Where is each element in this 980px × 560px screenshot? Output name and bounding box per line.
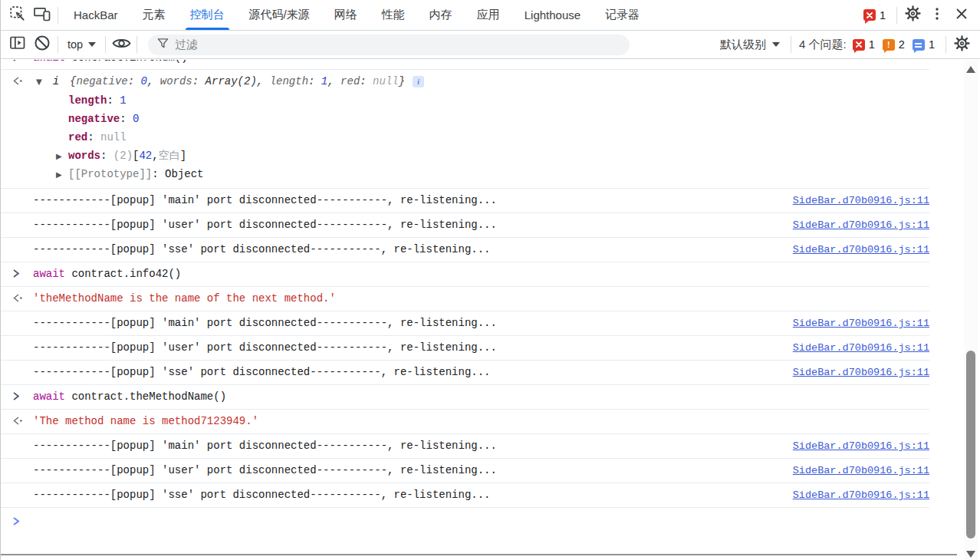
filter-input[interactable] — [175, 38, 620, 51]
javascript-context-selector[interactable]: top — [61, 38, 102, 51]
evaluated-info-icon[interactable]: i — [413, 76, 424, 87]
log-gutter — [1, 488, 33, 489]
log-text: ------------[popup] 'sse' port disconnec… — [33, 365, 491, 380]
string-value: 'theMethodName is the name of the next m… — [33, 292, 336, 305]
console-sidebar-toggle-button[interactable] — [5, 32, 30, 57]
message-body: ------------[popup] 'sse' port disconnec… — [33, 488, 929, 502]
tab-hackbar[interactable]: HackBar — [61, 0, 130, 30]
error-badge-icon[interactable] — [863, 9, 876, 21]
console-message-log: ------------[popup] 'user' port disconne… — [1, 459, 929, 483]
expand-toggle-icon[interactable]: ▶ — [56, 149, 68, 163]
property-name: negative — [68, 112, 120, 127]
log-text: ------------[popup] 'main' port disconne… — [33, 316, 497, 331]
source-link[interactable]: SideBar.d70b0916.js:11 — [784, 341, 929, 355]
issues-warning-count: 2 — [899, 38, 905, 51]
property-name: words — [68, 149, 100, 163]
property-colon: : — [107, 94, 120, 108]
console-message-log: ------------[popup] 'user' port disconne… — [1, 213, 929, 238]
issues-message-badge-icon[interactable] — [913, 39, 925, 51]
property-colon: : — [100, 149, 113, 163]
tab-label: Lighthouse — [525, 8, 580, 21]
token-num: 0 — [133, 112, 139, 127]
tab-application[interactable]: 应用 — [465, 0, 512, 30]
message-body: ------------[popup] 'main' port disconne… — [33, 439, 929, 453]
token-plain: contract.infoNum() — [65, 60, 188, 64]
console-message-log: ------------[popup] 'sse' port disconnec… — [1, 238, 929, 262]
tab-label: 内存 — [429, 8, 452, 22]
source-link[interactable]: SideBar.d70b0916.js:11 — [784, 242, 929, 257]
divider — [58, 7, 58, 24]
more-options-button[interactable] — [925, 3, 949, 28]
expand-toggle-icon[interactable]: ▼ — [36, 74, 42, 89]
clipped-content: await contract.infoNum() — [1, 60, 929, 65]
source-link[interactable]: SideBar.d70b0916.js:11 — [784, 193, 929, 208]
console-message-log: ------------[popup] 'user' port disconne… — [1, 336, 929, 361]
error-badge-count[interactable]: 1 — [880, 9, 886, 21]
tab-label: 控制台 — [190, 8, 225, 22]
console-message-command: await contract.theMethodName() — [1, 385, 929, 410]
log-gutter — [1, 242, 33, 244]
result-arrow-icon — [1, 414, 33, 426]
source-link[interactable]: SideBar.d70b0916.js:11 — [784, 316, 929, 331]
token-plain: Object — [165, 167, 203, 182]
tab-lighthouse[interactable]: Lighthouse — [512, 0, 593, 30]
tab-memory[interactable]: 内存 — [417, 0, 465, 30]
token-punct: } — [399, 75, 405, 87]
source-link[interactable]: SideBar.d70b0916.js:11 — [784, 463, 929, 478]
result-arrow-icon — [1, 74, 33, 86]
scrollbar-thumb[interactable] — [966, 351, 975, 539]
object-property: red: null — [33, 128, 929, 147]
source-link[interactable]: SideBar.d70b0916.js:11 — [784, 439, 929, 453]
token-pnum: 1 — [321, 75, 327, 87]
log-text: ------------[popup] 'user' port disconne… — [33, 463, 497, 478]
tab-sources[interactable]: 源代码/来源 — [237, 0, 322, 30]
console-panel: await contract.infoNum()▼i{negative: 0, … — [1, 60, 980, 560]
console-filter-field[interactable] — [148, 35, 630, 55]
tab-console[interactable]: 控制台 — [178, 0, 237, 30]
source-link[interactable]: SideBar.d70b0916.js:11 — [784, 365, 929, 380]
property-colon: : — [152, 167, 165, 182]
close-devtools-button[interactable] — [949, 3, 974, 28]
issues-warning-badge-icon[interactable]: ! — [883, 39, 895, 51]
token-null: 空白 — [159, 149, 180, 163]
source-link[interactable]: SideBar.d70b0916.js:11 — [784, 218, 929, 232]
tab-network[interactable]: 网络 — [322, 0, 370, 30]
issues-error-badge-icon[interactable] — [853, 39, 865, 51]
clear-console-button[interactable] — [30, 32, 54, 57]
settings-button[interactable] — [900, 3, 925, 28]
gear-icon — [954, 35, 970, 54]
property-name: length — [68, 94, 107, 108]
prompt-chevron-icon[interactable] — [1, 515, 33, 526]
token-plain: contract.info42() — [65, 268, 181, 280]
inspect-element-button[interactable] — [5, 3, 30, 28]
token-punct: , — [257, 75, 270, 87]
device-toolbar-button[interactable] — [30, 3, 54, 28]
devtools-window: { "tabbar": { "tabs": [ {"id":"hackbar",… — [0, 0, 980, 560]
token-pnull: null — [373, 75, 399, 87]
console-settings-button[interactable] — [949, 32, 974, 57]
tab-elements[interactable]: 元素 — [130, 0, 178, 30]
tab-recorder[interactable]: 记录器 — [593, 0, 652, 30]
source-link[interactable]: SideBar.d70b0916.js:11 — [784, 488, 929, 502]
console-message-prompt — [1, 508, 929, 531]
token-plain: ] — [180, 149, 186, 163]
log-text: ------------[popup] 'main' port disconne… — [33, 439, 497, 453]
chevron-down-icon — [772, 42, 780, 47]
panel-bottom-edge — [1, 554, 957, 555]
log-level-selector[interactable]: 默认级别 — [712, 38, 788, 52]
log-gutter — [1, 316, 33, 318]
issues-label[interactable]: 4 个问题: — [799, 38, 847, 52]
message-body: await contract.theMethodName() — [33, 390, 929, 404]
message-body: ------------[popup] 'main' port disconne… — [33, 316, 929, 331]
token-plain: contract.theMethodName() — [65, 390, 226, 403]
tab-label: 性能 — [382, 8, 405, 22]
expand-toggle-icon[interactable]: ▶ — [56, 167, 68, 182]
scrollbar-down-arrow[interactable] — [966, 551, 975, 558]
devtools-tabbar: HackBar元素控制台源代码/来源网络性能内存应用Lighthouse记录器 … — [1, 0, 980, 31]
scrollbar-up-arrow[interactable] — [966, 66, 975, 73]
live-expression-button[interactable] — [109, 32, 133, 57]
console-message-command: await contract.infoNum() — [1, 60, 929, 70]
filter-funnel-icon — [157, 38, 169, 52]
tab-performance[interactable]: 性能 — [370, 0, 417, 30]
vertical-scrollbar[interactable] — [964, 61, 978, 560]
